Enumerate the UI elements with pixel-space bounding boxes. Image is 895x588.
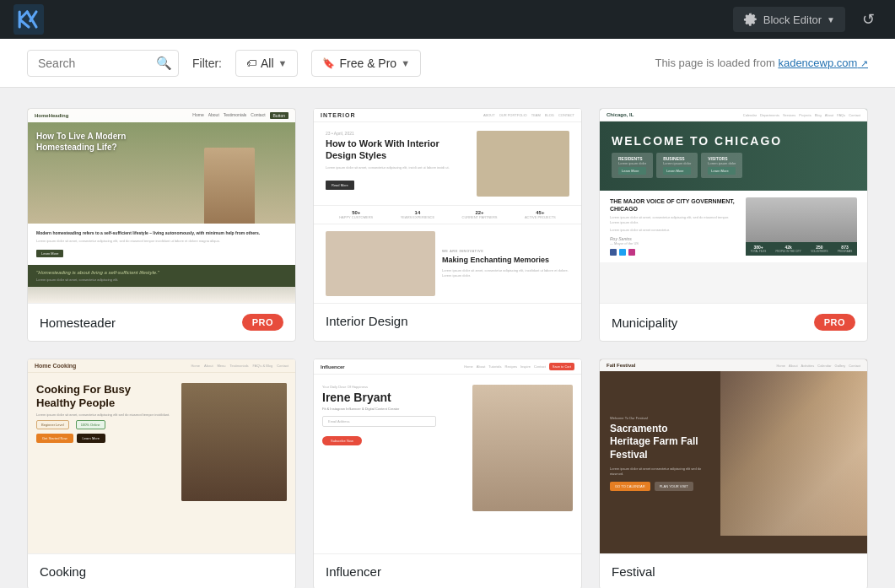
bookmark-icon: 🔖 xyxy=(322,57,335,69)
template-name-interior-design: Interior Design xyxy=(326,314,408,328)
all-filter-label: All xyxy=(261,57,274,70)
template-preview-municipality: Chicago, IL Calendar Departments Service… xyxy=(600,109,867,303)
top-bar-right: Block Editor ▼ ↺ xyxy=(733,7,882,32)
template-footer-festival: Festival xyxy=(600,553,867,588)
template-card-cooking[interactable]: Home Cooking Home About Menu Testimonial… xyxy=(27,359,296,588)
template-card-influencer[interactable]: Influencer Home About Tutorials Recipes … xyxy=(313,359,582,588)
all-filter-button[interactable]: 🏷 All ▼ xyxy=(235,50,298,77)
top-bar: Block Editor ▼ ↺ xyxy=(0,0,895,39)
template-name-cooking: Cooking xyxy=(40,564,86,579)
chevron-down-icon: ▼ xyxy=(278,58,288,68)
free-pro-filter-button[interactable]: 🔖 Free & Pro ▼ xyxy=(311,50,421,77)
svg-rect-0 xyxy=(13,4,44,35)
tag-icon: 🏷 xyxy=(246,57,256,69)
template-footer-cooking: Cooking xyxy=(28,553,295,588)
chevron-down-icon-2: ▼ xyxy=(401,58,410,68)
template-card-homesteader[interactable]: HomeHeading Home About Testimonials Cont… xyxy=(27,108,296,342)
main-content: HomeHeading Home About Testimonials Cont… xyxy=(0,88,895,588)
template-preview-cooking: Home Cooking Home About Menu Testimonial… xyxy=(28,359,295,553)
template-footer-municipality: Municipality PRO xyxy=(600,303,867,341)
template-card-interior-design[interactable]: INTERIOR ABOUT OUR PORTFOLIO TEAM BLOG C… xyxy=(313,108,582,342)
template-footer-interior-design: Interior Design xyxy=(314,303,581,338)
block-editor-label: Block Editor xyxy=(763,13,822,26)
free-pro-filter-label: Free & Pro xyxy=(339,57,396,70)
template-name-homesteader: Homesteader xyxy=(40,316,116,330)
template-card-festival[interactable]: Fall Festival Home About Activities Cale… xyxy=(599,359,868,588)
badge-pro-homesteader: PRO xyxy=(242,314,283,331)
filter-label: Filter: xyxy=(192,57,222,70)
search-icon: 🔍 xyxy=(156,56,172,71)
templates-grid: HomeHeading Home About Testimonials Cont… xyxy=(27,108,868,588)
badge-pro-municipality: PRO xyxy=(814,314,855,331)
template-preview-festival: Fall Festival Home About Activities Cale… xyxy=(600,359,867,553)
search-wrap: 🔍 xyxy=(27,50,179,77)
block-editor-button[interactable]: Block Editor ▼ xyxy=(733,7,845,32)
refresh-button[interactable]: ↺ xyxy=(855,7,882,32)
gear-icon xyxy=(743,12,758,27)
app-logo xyxy=(13,4,44,35)
template-preview-influencer: Influencer Home About Tutorials Recipes … xyxy=(314,359,581,553)
template-footer-homesteader: Homesteader PRO xyxy=(28,303,295,341)
chevron-down-icon: ▼ xyxy=(827,15,835,24)
kadence-link[interactable]: kadencewp.com ↗ xyxy=(778,57,868,69)
template-name-influencer: Influencer xyxy=(326,564,381,579)
template-name-municipality: Municipality xyxy=(612,316,677,330)
logo-icon xyxy=(13,4,44,35)
template-preview-homesteader: HomeHeading Home About Testimonials Cont… xyxy=(28,109,295,303)
template-preview-interior: INTERIOR ABOUT OUR PORTFOLIO TEAM BLOG C… xyxy=(314,109,581,303)
template-footer-influencer: Influencer xyxy=(314,553,581,588)
template-card-municipality[interactable]: Chicago, IL Calendar Departments Service… xyxy=(599,108,868,342)
external-link-icon: ↗ xyxy=(860,58,868,68)
notice-text: This page is loaded from kadencewp.com ↗ xyxy=(655,57,868,69)
search-button[interactable]: 🔍 xyxy=(156,56,172,71)
template-name-festival: Festival xyxy=(612,564,655,579)
toolbar: 🔍 Filter: 🏷 All ▼ 🔖 Free & Pro ▼ This pa… xyxy=(0,39,895,88)
notice-link-text: kadencewp.com xyxy=(778,57,857,69)
notice-static: This page is loaded from xyxy=(655,57,774,69)
